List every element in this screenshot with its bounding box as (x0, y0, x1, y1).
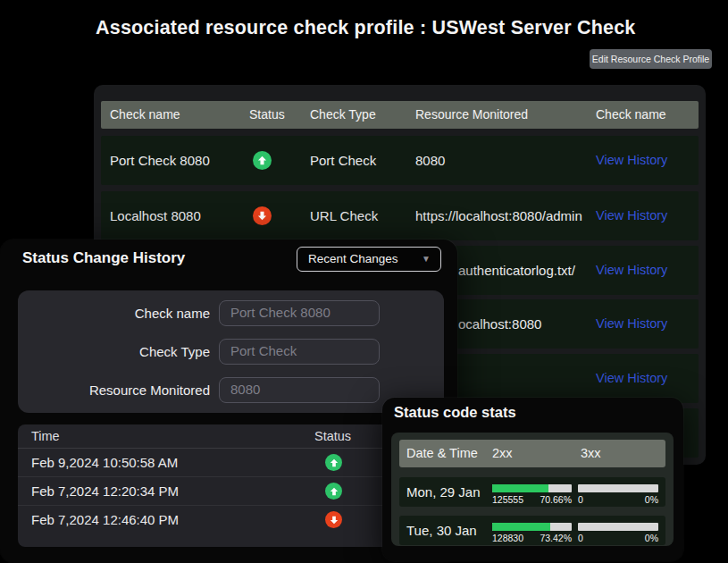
history-row: Feb 9,2024 10:50:58 AM (18, 449, 444, 477)
cell-check-name: Localhost 8080 (110, 191, 201, 240)
edit-resource-check-profile-button[interactable]: Edit Resource Check Profile (590, 49, 712, 69)
progress-bar-track (578, 523, 658, 531)
cell-resource: https://localhost:8080/admin (415, 191, 582, 240)
history-row: Feb 7,2024 12:46:40 PM (18, 506, 444, 534)
header-check-name-2: Check name (596, 101, 666, 129)
field-row: Check Type Port Check (18, 339, 444, 365)
stats-row: Tue, 30 Jan 128830 73.42% 0 (399, 516, 665, 545)
stats-3xx-percent: 0% (645, 533, 658, 543)
status-up-icon (325, 454, 342, 471)
field-row: Resource Monitored 8080 (18, 377, 444, 403)
stats-3xx-bar-group: 0 0% (578, 523, 658, 543)
cell-check-type: URL Check (310, 191, 378, 240)
check-type-field[interactable]: Port Check (219, 339, 380, 365)
stats-2xx-bar-group: 128830 73.42% (492, 523, 572, 543)
status-history-table: Time Status Feb 9,2024 10:50:58 AM Feb 7… (18, 424, 444, 547)
header-resource-monitored: Resource Monitored (415, 101, 528, 129)
page-title: Associated resource check profile : USWe… (96, 17, 636, 39)
stats-row: Mon, 29 Jan 125555 70.66% 0 (399, 477, 665, 507)
history-table-header: Time Status (18, 424, 444, 449)
stats-2xx-count: 125555 (492, 494, 523, 505)
modal-title: Status Change History (22, 249, 185, 267)
view-history-link[interactable]: View History (596, 136, 667, 185)
history-time: Feb 7,2024 12:20:34 PM (31, 477, 179, 506)
check-name-field[interactable]: Port Check 8080 (219, 300, 380, 326)
status-up-icon (253, 151, 272, 170)
progress-bar-track (492, 523, 572, 531)
view-history-link[interactable]: View History (596, 299, 667, 349)
stats-2xx-percent: 73.42% (540, 533, 572, 543)
table-row: Port Check 8080 Port Check 8080 View His… (101, 136, 699, 185)
header-status: Status (314, 424, 351, 449)
stats-3xx-count: 0 (578, 494, 583, 505)
stats-table-header: Date & Time 2xx 3xx (399, 440, 665, 467)
table-row: Localhost 8080 URL Check https://localho… (101, 191, 699, 240)
stats-3xx-count: 0 (578, 533, 583, 543)
progress-bar-fill (492, 523, 550, 531)
header-3xx: 3xx (581, 440, 601, 467)
stats-2xx-bar-group: 125555 70.66% (492, 484, 572, 505)
resource-monitored-label: Resource Monitored (18, 377, 210, 403)
field-row: Check name Port Check 8080 (18, 300, 444, 326)
stats-2xx-percent: 70.66% (540, 494, 572, 505)
check-type-label: Check Type (18, 339, 210, 365)
progress-bar-track (578, 484, 658, 492)
chevron-down-icon: ▼ (422, 248, 431, 271)
recent-changes-dropdown[interactable]: Recent Changes ▼ (297, 247, 441, 272)
view-history-link[interactable]: View History (596, 246, 667, 295)
cell-check-type: Port Check (310, 136, 376, 185)
header-time: Time (31, 424, 60, 449)
stats-3xx-bar-group: 0 0% (578, 484, 658, 505)
header-status: Status (249, 101, 285, 129)
stats-title: Status code stats (394, 404, 516, 421)
dropdown-selected-value: Recent Changes (308, 248, 398, 271)
header-date-time: Date & Time (406, 440, 478, 467)
status-down-icon (325, 511, 342, 528)
view-history-link[interactable]: View History (596, 191, 667, 240)
status-up-icon (325, 483, 342, 500)
resource-monitored-field[interactable]: 8080 (219, 377, 380, 403)
progress-bar-fill (492, 484, 548, 492)
header-check-name: Check name (110, 101, 180, 129)
cell-resource: 8080 (415, 136, 445, 185)
history-time: Feb 9,2024 10:50:58 AM (31, 449, 178, 477)
view-history-link[interactable]: View History (596, 354, 667, 403)
cell-resource: ocalhost:8080 (458, 299, 541, 349)
cell-check-name: Port Check 8080 (110, 136, 210, 185)
header-check-type: Check Type (310, 101, 376, 129)
progress-bar-track (492, 484, 572, 492)
header-2xx: 2xx (492, 440, 513, 467)
check-details-panel: Check name Port Check 8080 Check Type Po… (18, 290, 444, 413)
page: Associated resource check profile : USWe… (0, 0, 728, 563)
stats-date: Tue, 30 Jan (406, 516, 477, 545)
history-row: Feb 7,2024 12:20:34 PM (18, 477, 444, 506)
history-time: Feb 7,2024 12:46:40 PM (31, 506, 179, 534)
stats-2xx-count: 128830 (492, 533, 523, 543)
stats-date: Mon, 29 Jan (406, 477, 481, 507)
stats-3xx-percent: 0% (645, 494, 658, 505)
stats-table: Date & Time 2xx 3xx Mon, 29 Jan 125555 7… (391, 433, 674, 546)
check-name-label: Check name (18, 300, 210, 326)
resource-table-header: Check name Status Check Type Resource Mo… (101, 101, 699, 129)
status-code-stats-panel: Status code stats Date & Time 2xx 3xx Mo… (382, 398, 683, 561)
cell-resource: authenticatorlog.txt/ (458, 246, 575, 295)
status-down-icon (253, 206, 272, 225)
